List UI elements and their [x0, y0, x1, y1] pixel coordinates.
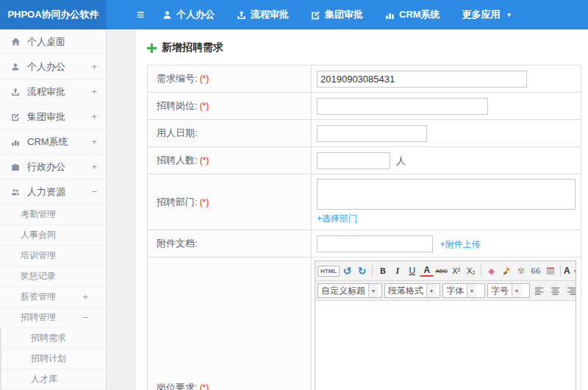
toolbar-separator: [481, 265, 481, 277]
sidebar-item-personal-desktop[interactable]: 个人桌面: [0, 29, 106, 54]
chart-icon: [10, 138, 21, 146]
home-icon: [10, 37, 21, 46]
topnav-label: 更多应用: [462, 8, 501, 21]
form-row-attachment: 附件文档: +附件上传: [148, 230, 581, 258]
expander-icon: −: [91, 186, 97, 197]
form-row-headcount: 招聘人数:(*) 人: [148, 147, 581, 174]
approval-icon: [10, 113, 21, 121]
caret-down-icon: ▼: [506, 12, 512, 18]
position-input[interactable]: [317, 98, 488, 115]
toolbar-separator: [372, 265, 373, 277]
required-mark: (*): [200, 101, 209, 111]
form-row-position: 招聘岗位:(*): [148, 93, 581, 120]
sidebar-item-admin-office[interactable]: 行政办公 +: [0, 155, 106, 180]
form-row-request-no: 需求编号:(*): [148, 65, 581, 93]
user-icon: [162, 10, 172, 20]
headcount-unit: 人: [396, 155, 406, 166]
sidebar-item-group-approval[interactable]: 集团审批 +: [0, 104, 106, 130]
sidebar-item-recruit-mgmt[interactable]: 招聘管理 −: [0, 308, 106, 328]
expander-icon: +: [91, 136, 97, 147]
field-label: 岗位要求:: [157, 382, 198, 390]
topnav-label: 个人办公: [176, 8, 215, 21]
sidebar-item-workflow-approval[interactable]: 流程审批 +: [0, 79, 106, 104]
paragraph-format-select[interactable]: 段落格式 ▼: [384, 283, 440, 298]
chart-icon: [385, 10, 395, 20]
heading-select[interactable]: 自定义标题 ▼: [318, 283, 382, 298]
topnav-label: 集团审批: [325, 8, 363, 21]
headcount-input[interactable]: [317, 152, 390, 169]
expander-icon: +: [91, 61, 97, 72]
main-content: 新增招聘需求 需求编号:(*) 招聘岗位:(*): [107, 29, 588, 390]
briefcase-icon: [10, 163, 21, 171]
sidebar-item-hr-contract[interactable]: 人事合同: [0, 225, 106, 246]
calendar-icon[interactable]: [543, 263, 557, 278]
redo-icon[interactable]: ↻: [355, 263, 369, 278]
caret-down-icon: ▼: [512, 284, 521, 297]
field-label: 需求编号:: [157, 73, 198, 84]
form-row-hire-date: 用人日期:: [148, 120, 581, 147]
sidebar-item-personal-office[interactable]: 个人办公 +: [0, 54, 106, 79]
format-brush-icon[interactable]: [499, 263, 513, 278]
sidebar-item-salary[interactable]: 薪资管理 +: [0, 287, 106, 308]
add-icon: [147, 43, 157, 53]
font-style-button[interactable]: A▼: [564, 263, 576, 278]
field-label: 附件文档:: [157, 238, 198, 249]
font-family-select[interactable]: 字体 ▼: [442, 283, 485, 298]
sidebar: 个人桌面 个人办公 + 流程审批 + 集团审批 +: [0, 29, 107, 390]
user-icon: [10, 63, 21, 71]
sidebar-item-rewards[interactable]: 奖惩记录: [0, 266, 106, 287]
align-left-icon[interactable]: [532, 283, 546, 298]
blockquote-button[interactable]: 66: [528, 263, 542, 278]
underline-button[interactable]: U: [405, 263, 419, 278]
field-label: 招聘部门:: [157, 196, 198, 208]
strikethrough-button[interactable]: ABC: [434, 263, 448, 278]
select-department-link[interactable]: +选择部门: [317, 213, 357, 225]
editor-content[interactable]: [315, 301, 576, 390]
top-navigation: 个人办公 流程审批 集团审批 CRM系统 更多应用: [162, 0, 512, 29]
expander-icon: +: [91, 86, 97, 97]
sidebar-item-hr[interactable]: 人力资源 −: [0, 180, 106, 205]
editor-toolbar-row1: HTML ↺ ↻ B I U A ABC X² X₂: [315, 261, 576, 281]
attachment-input[interactable]: [317, 235, 433, 252]
topnav-personal-office[interactable]: 个人办公: [162, 8, 215, 21]
sidebar-hr-submenu: 考勤管理 人事合同 培训管理 奖惩记录 薪资管理 + 招聘管理 −: [0, 205, 106, 390]
form-row-department: 招聘部门:(*) +选择部门: [148, 174, 581, 230]
sidebar-item-talent-pool[interactable]: 人才库: [1, 369, 106, 390]
html-source-button[interactable]: HTML: [318, 266, 340, 277]
sidebar-item-training[interactable]: 培训管理: [0, 246, 106, 266]
app-window: PHPOA协同办公软件 ≡ 个人办公 流程审批 集团审批: [0, 0, 588, 390]
topnav-workflow-approval[interactable]: 流程审批: [237, 8, 289, 21]
align-center-icon[interactable]: [548, 283, 562, 298]
process-icon: [10, 88, 21, 96]
topnav-crm[interactable]: CRM系统: [385, 8, 440, 21]
bold-button[interactable]: B: [376, 263, 390, 278]
sidebar-item-attendance[interactable]: 考勤管理: [0, 205, 106, 225]
italic-button[interactable]: I: [390, 263, 404, 278]
topnav-label: CRM系统: [399, 8, 440, 21]
caret-down-icon: ▼: [426, 284, 436, 297]
palette-icon[interactable]: [514, 263, 528, 278]
sidebar-item-recruit-request[interactable]: 招聘需求: [1, 328, 106, 349]
attachment-upload-link[interactable]: +附件上传: [440, 239, 481, 249]
page-title-text: 新增招聘需求: [162, 41, 223, 54]
superscript-button[interactable]: X²: [449, 263, 463, 278]
undo-icon[interactable]: ↺: [340, 263, 354, 278]
topnav-more-apps[interactable]: 更多应用 ▼: [462, 8, 512, 21]
expander-icon: +: [82, 291, 88, 302]
caret-down-icon: ▼: [467, 284, 476, 297]
font-color-button[interactable]: A: [420, 265, 434, 277]
subscript-button[interactable]: X₂: [464, 263, 478, 278]
department-textarea[interactable]: [317, 179, 576, 210]
sidebar-item-crm[interactable]: CRM系统 +: [0, 130, 106, 155]
sidebar-item-recruit-plan[interactable]: 招聘计划: [1, 349, 106, 369]
align-right-icon[interactable]: [564, 283, 576, 298]
app-logo: PHPOA协同办公软件: [0, 0, 107, 29]
hamburger-icon[interactable]: ≡: [126, 0, 155, 29]
remove-format-icon[interactable]: ◆: [484, 263, 498, 278]
font-size-select[interactable]: 字号 ▼: [487, 283, 530, 298]
topnav-group-approval[interactable]: 集团审批: [311, 8, 363, 21]
hire-date-input[interactable]: [317, 125, 427, 142]
request-no-input[interactable]: [317, 71, 527, 88]
topnav-label: 流程审批: [251, 8, 289, 21]
rich-text-editor: HTML ↺ ↻ B I U A ABC X² X₂: [315, 260, 576, 390]
